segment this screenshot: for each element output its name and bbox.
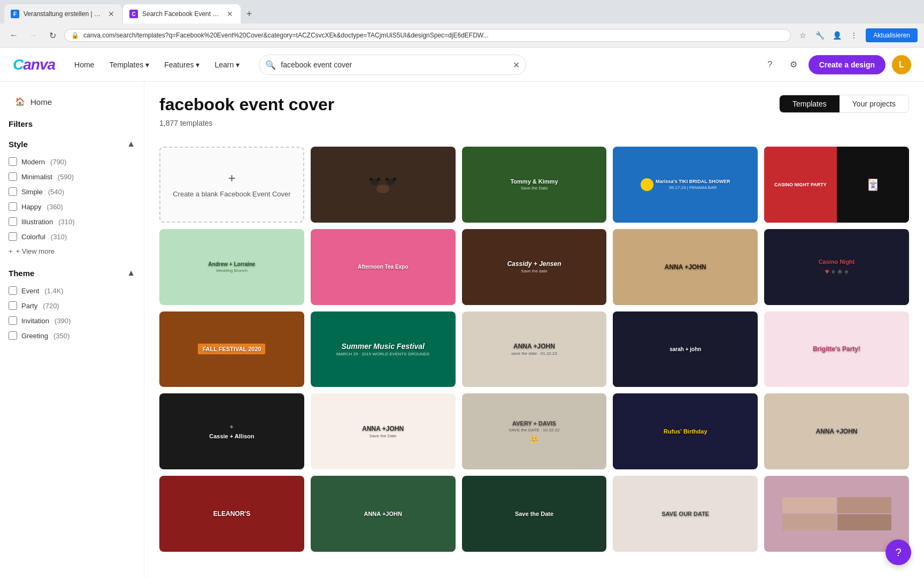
filter-invitation[interactable]: Invitation (390) <box>9 314 135 327</box>
filter-colorful-label: Colorful <box>21 233 45 241</box>
filter-greeting[interactable]: Greeting (350) <box>9 329 135 342</box>
filter-event-label: Event <box>21 287 39 295</box>
update-button[interactable]: Aktualisieren <box>866 28 918 42</box>
template-card-t19[interactable]: ANNA +JOHN <box>764 393 909 469</box>
template-card-t8[interactable]: ANNA +JOHN <box>613 229 758 305</box>
filter-party-checkbox[interactable] <box>9 301 17 310</box>
nav-learn[interactable]: Learn ▾ <box>208 56 246 73</box>
nav-templates[interactable]: Templates ▾ <box>103 56 156 73</box>
template-card-t14[interactable]: Brigitte's Party! <box>764 311 909 387</box>
help-button[interactable]: ? <box>761 56 779 73</box>
reload-button[interactable]: ↻ <box>45 28 60 43</box>
new-tab-button[interactable]: + <box>242 6 257 21</box>
template-card-t17[interactable]: AVERY + DAVIS SAVE the DATE · 10.22.22 👑 <box>462 393 607 469</box>
profile-icon[interactable]: 👤 <box>829 28 844 43</box>
tab2-favicon: C <box>129 10 138 18</box>
url-text: canva.com/search/templates?q=Facebook%20… <box>83 32 784 39</box>
nav-features[interactable]: Features ▾ <box>158 56 206 73</box>
template-card-t20[interactable]: ELEANOR'S <box>159 476 304 552</box>
filter-party-label: Party <box>21 302 37 310</box>
template-card-t2[interactable]: Tommy & Kimmy Save the Date <box>462 147 607 223</box>
template-card-t7[interactable]: Cassidy + Jensen Save the date <box>462 229 607 305</box>
back-button[interactable]: ← <box>6 28 21 43</box>
filter-colorful-checkbox[interactable] <box>9 232 17 241</box>
tab1-favicon: F <box>11 10 19 18</box>
template-card-t15[interactable]: ✦ Cassie + Allison <box>159 393 304 469</box>
filter-greeting-count: (350) <box>53 332 70 340</box>
extension-icon-1[interactable]: 🔧 <box>812 28 827 43</box>
address-bar[interactable]: 🔒 canva.com/search/templates?q=Facebook%… <box>64 29 791 42</box>
nav-home[interactable]: Home <box>68 56 101 73</box>
canva-header: Canva Home Templates ▾ Features ▾ Learn … <box>0 48 924 82</box>
template-card-t10[interactable]: FALL FESTIVAL 2020 <box>159 311 304 387</box>
template-card-t4[interactable]: CASINO NIGHT PARTY 🃏 <box>764 147 909 223</box>
filter-simple[interactable]: Simple (540) <box>9 185 135 198</box>
filter-modern-checkbox[interactable] <box>9 157 17 166</box>
user-avatar[interactable]: L <box>892 55 911 74</box>
template-card-t11[interactable]: Summer Music Festival MARCH 25 · 2019 WO… <box>311 311 456 387</box>
filter-modern[interactable]: Modern (790) <box>9 155 135 168</box>
filter-happy[interactable]: Happy (360) <box>9 200 135 213</box>
view-more-label: + View more <box>16 247 55 255</box>
template-card-t18[interactable]: Rufus' Birthday <box>613 393 758 469</box>
template-card-t6[interactable]: Afternoon Tea Expo <box>311 229 456 305</box>
tab-2[interactable]: C Search Facebook Event Cover ✕ <box>123 4 241 24</box>
tab-your-projects[interactable]: Your projects <box>840 95 908 112</box>
filter-illustration-checkbox[interactable] <box>9 217 17 226</box>
filter-greeting-checkbox[interactable] <box>9 331 17 340</box>
filter-invitation-checkbox[interactable] <box>9 316 17 325</box>
template-card-t9[interactable]: Casino Night ♥ ♦ ♣ ♠ <box>764 229 909 305</box>
sidebar-home[interactable]: 🏠 Home <box>9 93 135 111</box>
more-icon[interactable]: ⋮ <box>846 28 861 43</box>
filter-simple-count: (540) <box>48 188 64 196</box>
filter-colorful[interactable]: Colorful (310) <box>9 230 135 243</box>
forward-button[interactable]: → <box>26 28 41 43</box>
search-input[interactable] <box>259 55 526 75</box>
tab-1[interactable]: F Veranstaltung erstellen | Faceb... ✕ <box>4 4 122 24</box>
bookmark-icon[interactable]: ☆ <box>795 28 810 43</box>
search-icon: 🔍 <box>265 59 276 70</box>
filter-party[interactable]: Party (720) <box>9 299 135 312</box>
filter-event-checkbox[interactable] <box>9 286 17 295</box>
floating-help-button[interactable]: ? <box>886 539 911 565</box>
template-card-t24[interactable] <box>764 476 909 552</box>
filter-happy-checkbox[interactable] <box>9 202 17 211</box>
filter-party-count: (720) <box>43 302 59 310</box>
tab1-close[interactable]: ✕ <box>107 9 116 19</box>
theme-collapse-icon[interactable]: ▲ <box>127 268 135 278</box>
tc13-title: sarah + john <box>669 346 701 352</box>
template-card-t5[interactable]: Andrew + Lorraine Wedding Brunch <box>159 229 304 305</box>
search-clear-icon[interactable]: ✕ <box>513 59 520 70</box>
create-design-button[interactable]: Create a design <box>808 55 886 74</box>
style-title: Style <box>9 140 28 149</box>
filter-minimalist-checkbox[interactable] <box>9 172 17 181</box>
filter-colorful-count: (310) <box>51 233 67 241</box>
settings-button[interactable]: ⚙ <box>785 56 802 73</box>
nav-features-chevron: ▾ <box>196 60 199 69</box>
filter-modern-count: (790) <box>50 158 66 166</box>
template-card-t16[interactable]: ANNA +JOHN Save the Date <box>311 393 456 469</box>
template-card-t12[interactable]: ANNA +JOHN save the date · 01.22.23 <box>462 311 607 387</box>
filter-modern-label: Modern <box>21 158 45 166</box>
template-grid: + Create a blank Facebook Event Cover <box>159 147 909 552</box>
filter-illustration[interactable]: Illustration (310) <box>9 215 135 228</box>
filter-happy-label: Happy <box>21 203 42 211</box>
style-collapse-icon[interactable]: ▲ <box>127 139 135 149</box>
content-header: facebook event cover 1,877 templates <box>159 95 334 138</box>
tab-templates[interactable]: Templates <box>780 95 840 112</box>
filter-event[interactable]: Event (1,4K) <box>9 284 135 297</box>
filter-invitation-count: (390) <box>55 317 71 325</box>
template-card-t22[interactable]: Save the Date <box>462 476 607 552</box>
canva-logo[interactable]: Canva <box>13 56 55 73</box>
style-view-more[interactable]: + + View more <box>9 245 135 257</box>
template-card-t13[interactable]: sarah + john <box>613 311 758 387</box>
template-card-t23[interactable]: SAVE OUR DATE <box>613 476 758 552</box>
filter-minimalist[interactable]: Minimalist (590) <box>9 170 135 183</box>
home-icon: 🏠 <box>15 97 25 107</box>
blank-template-card[interactable]: + Create a blank Facebook Event Cover <box>159 147 304 223</box>
template-card-t1[interactable] <box>311 147 456 223</box>
template-card-t21[interactable]: ANNA +JOHN <box>311 476 456 552</box>
template-card-t3[interactable]: Marissa's TIKI BRIDAL SHOWER 06.17.19 | … <box>613 147 758 223</box>
tab2-close[interactable]: ✕ <box>226 9 234 19</box>
filter-simple-checkbox[interactable] <box>9 187 17 196</box>
